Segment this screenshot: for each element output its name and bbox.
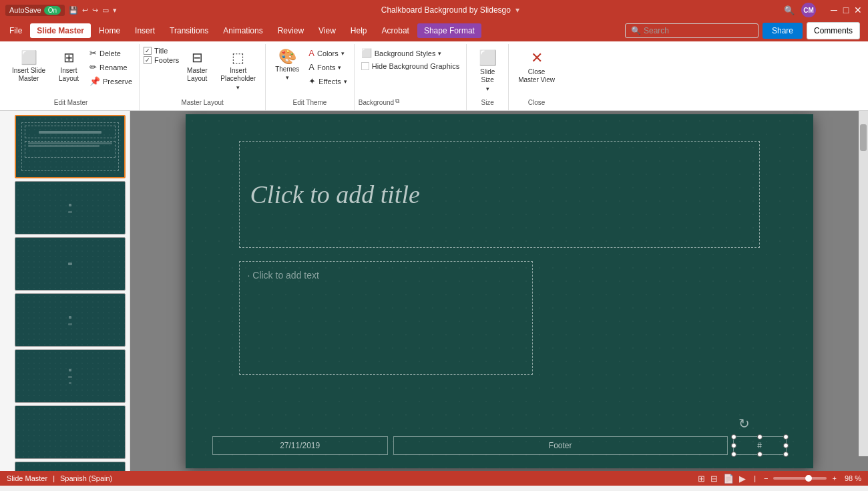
resize-handle-bl[interactable] xyxy=(731,452,736,457)
dropdown-icon[interactable]: ▾ xyxy=(113,6,117,15)
slide-size-button[interactable]: ⬜ SlideSize ▾ xyxy=(471,47,504,95)
fonts-button[interactable]: A Fonts ▾ xyxy=(306,61,349,73)
footer-number[interactable]: # xyxy=(733,436,787,455)
title-checkbox[interactable] xyxy=(144,47,152,55)
menu-view[interactable]: View xyxy=(312,23,343,38)
search-titlebar-icon[interactable]: 🔍 xyxy=(784,5,795,15)
avatar[interactable]: CM xyxy=(801,3,816,17)
resize-handle-left[interactable] xyxy=(731,443,736,448)
insert-placeholder-dropdown[interactable]: ▾ xyxy=(236,84,240,91)
footer-date[interactable]: 27/11/2019 xyxy=(212,436,388,455)
menu-help[interactable]: Help xyxy=(344,23,374,38)
fonts-label: Fonts xyxy=(317,63,336,71)
insert-layout-button[interactable]: ⊞ InsertLayout xyxy=(52,47,85,86)
autosave-indicator[interactable]: AutoSave On xyxy=(5,5,65,16)
resize-handle-tr[interactable] xyxy=(783,434,789,440)
slide-size-icon: ⬜ xyxy=(479,49,497,67)
title-checkbox-label[interactable]: Title xyxy=(144,47,179,55)
footers-checkbox-label[interactable]: Footers xyxy=(144,56,179,64)
resize-handle-bottom[interactable] xyxy=(757,452,763,457)
menu-acrobat[interactable]: Acrobat xyxy=(375,23,416,38)
effects-dropdown[interactable]: ▾ xyxy=(344,78,347,85)
hide-bg-graphics-button[interactable]: Hide Background Graphics xyxy=(359,61,462,71)
menu-file[interactable]: File xyxy=(3,23,29,38)
slide-7-thumb[interactable] xyxy=(15,462,126,471)
master-layout-button[interactable]: ⊟ MasterLayout xyxy=(180,47,214,86)
scrollbar-thumb[interactable] xyxy=(860,124,867,151)
search-box[interactable]: 🔍 Search xyxy=(625,23,758,38)
title-placeholder[interactable]: Click to add title xyxy=(239,141,760,248)
themes-button[interactable]: 🎨 Themes ▾ xyxy=(270,47,304,84)
close-master-view-button[interactable]: ✕ CloseMaster View xyxy=(513,47,560,87)
zoom-slider[interactable] xyxy=(773,477,827,480)
insert-placeholder-button[interactable]: ⬚ InsertPlaceholder ▾ xyxy=(215,47,261,94)
resize-handle-top[interactable] xyxy=(757,434,763,440)
normal-view-button[interactable]: ⊞ xyxy=(698,474,705,484)
text-placeholder-text: · Click to add text xyxy=(248,270,524,281)
maximize-button[interactable]: □ xyxy=(841,5,851,15)
slide-size-dropdown[interactable]: ▾ xyxy=(486,86,489,92)
slide-4-thumb[interactable] xyxy=(15,293,126,347)
zoom-slider-thumb[interactable] xyxy=(805,475,812,482)
menu-review[interactable]: Review xyxy=(271,23,310,38)
present-icon[interactable]: ▭ xyxy=(102,6,109,15)
slide-1-thumb[interactable] xyxy=(15,115,126,178)
zoom-minus-button[interactable]: − xyxy=(764,474,768,482)
resize-handle-br[interactable] xyxy=(783,452,789,457)
resize-handle-right[interactable] xyxy=(783,443,789,448)
slide-canvas[interactable]: Click to add title · Click to add text 2… xyxy=(186,114,813,468)
menu-slide-master[interactable]: Slide Master xyxy=(30,23,91,38)
preserve-label: Preserve xyxy=(103,77,132,86)
slide-2-thumb[interactable] xyxy=(15,181,126,234)
hide-bg-checkbox[interactable] xyxy=(361,62,369,70)
background-expand-icon[interactable]: ⧉ xyxy=(395,98,399,105)
footers-checkbox[interactable] xyxy=(144,56,152,64)
text-placeholder[interactable]: · Click to add text xyxy=(239,261,533,375)
menu-animations[interactable]: Animations xyxy=(216,23,269,38)
share-button[interactable]: Share xyxy=(763,23,803,39)
preserve-icon: 📌 xyxy=(89,76,100,86)
themes-dropdown[interactable]: ▾ xyxy=(286,74,289,81)
menu-bar: File Slide Master Home Insert Transition… xyxy=(0,20,868,41)
undo-icon[interactable]: ↩ xyxy=(82,6,88,15)
effects-button[interactable]: ✦ Effects ▾ xyxy=(306,75,349,88)
fonts-dropdown[interactable]: ▾ xyxy=(338,64,341,71)
search-placeholder: Search xyxy=(644,26,669,35)
vertical-scrollbar[interactable] xyxy=(859,111,868,456)
slide-1-wrapper: 1 xyxy=(4,115,126,178)
rename-button[interactable]: ✏ Rename xyxy=(87,61,135,73)
footer-text-field[interactable]: Footer xyxy=(393,436,728,455)
zoom-level[interactable]: 98 % xyxy=(845,474,861,482)
title-dropdown-icon[interactable]: ▾ xyxy=(515,5,519,15)
resize-handle-tl[interactable] xyxy=(731,434,736,440)
autosave-toggle[interactable]: On xyxy=(44,6,61,15)
colors-button[interactable]: A Colors ▾ xyxy=(306,47,349,59)
rotate-handle[interactable]: ↻ xyxy=(738,416,750,432)
close-button[interactable]: ✕ xyxy=(853,5,863,15)
menu-home[interactable]: Home xyxy=(92,23,127,38)
redo-icon[interactable]: ↪ xyxy=(92,6,98,15)
delete-button[interactable]: ✂ Delete xyxy=(87,47,135,59)
menu-insert[interactable]: Insert xyxy=(128,23,162,38)
background-styles-button[interactable]: ⬜ Background Styles ▾ xyxy=(359,47,462,59)
colors-dropdown[interactable]: ▾ xyxy=(341,50,345,57)
zoom-plus-button[interactable]: + xyxy=(832,474,836,482)
menu-transitions[interactable]: Transitions xyxy=(163,23,215,38)
main-area: 1 2 xyxy=(0,111,868,471)
colors-icon: A xyxy=(308,48,314,58)
slide-sorter-button[interactable]: ⊟ xyxy=(710,474,718,484)
slide-5-thumb[interactable] xyxy=(15,349,126,403)
slideshow-button[interactable]: ▶ xyxy=(739,474,746,484)
preserve-button[interactable]: 📌 Preserve xyxy=(87,75,135,88)
comments-button[interactable]: Comments xyxy=(807,22,860,39)
minimize-button[interactable]: ─ xyxy=(829,5,839,15)
background-styles-dropdown[interactable]: ▾ xyxy=(438,50,441,57)
reading-view-button[interactable]: 📄 xyxy=(723,474,734,484)
slide-3-thumb[interactable] xyxy=(15,237,126,291)
ribbon-group-edit-master: ⬜ Insert SlideMaster ⊞ InsertLayout ✂ De… xyxy=(3,44,140,110)
menu-shape-format[interactable]: Shape Format xyxy=(417,23,481,38)
save-icon[interactable]: 💾 xyxy=(69,6,78,15)
slide-6-thumb[interactable] xyxy=(15,405,126,459)
insert-slide-master-button[interactable]: ⬜ Insert SlideMaster xyxy=(7,47,51,86)
slide-panel[interactable]: 1 2 xyxy=(0,111,130,471)
